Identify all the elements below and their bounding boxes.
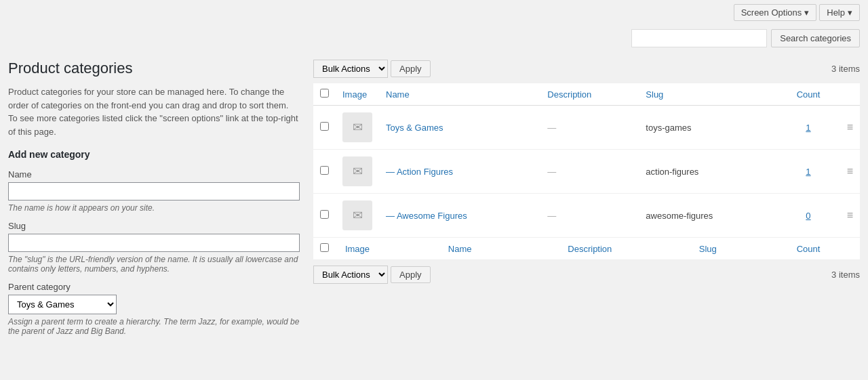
category-name-link[interactable]: — Action Figures: [386, 167, 453, 177]
apply-button-top[interactable]: Apply: [391, 60, 431, 77]
header-description-col[interactable]: Description: [540, 83, 639, 106]
row-menu-icon[interactable]: ≡: [847, 121, 853, 133]
slug-value: toys-games: [646, 123, 691, 133]
apply-button-bottom[interactable]: Apply: [391, 266, 431, 283]
header-name-col[interactable]: Name: [379, 83, 540, 106]
row-menu-icon[interactable]: ≡: [847, 165, 853, 177]
bulk-actions-select-top[interactable]: Bulk Actions: [313, 60, 388, 78]
footer-image-col[interactable]: Image: [336, 238, 379, 260]
row-actions-cell: ≡: [840, 150, 860, 194]
image-placeholder: ✉: [342, 200, 372, 230]
search-input[interactable]: [631, 29, 767, 47]
row-checkbox-cell: [313, 150, 336, 194]
header-checkbox-col: [313, 83, 336, 106]
top-toolbar: Bulk Actions Apply 3 items: [313, 60, 860, 78]
footer-slug-label: Slug: [699, 244, 717, 254]
apply-label-top: Apply: [399, 64, 422, 74]
count-link[interactable]: 1: [806, 123, 810, 133]
count-link[interactable]: 0: [806, 211, 810, 221]
row-name-cell: — Awesome Figures: [379, 194, 540, 238]
right-panel: Bulk Actions Apply 3 items I: [313, 60, 860, 344]
description-text: Product categories for your store can be…: [8, 85, 300, 138]
row-checkbox[interactable]: [320, 122, 329, 131]
description-value: —: [547, 211, 556, 221]
items-count-top: 3 items: [831, 64, 860, 74]
header-count-col[interactable]: Count: [776, 83, 840, 106]
screen-options-chevron-icon: ▾: [804, 7, 809, 18]
description-value: —: [547, 123, 556, 133]
add-new-title: Add new category: [8, 149, 300, 160]
help-label: Help: [827, 7, 845, 18]
row-menu-icon[interactable]: ≡: [847, 209, 853, 221]
table-header: Image Name Description Slug Count: [313, 83, 860, 106]
table-row: ✉ — Awesome Figures — awesome-figures: [313, 194, 860, 238]
categories-table: Image Name Description Slug Count: [313, 83, 860, 260]
slug-field-group: Slug The "slug" is the URL-friendly vers…: [8, 221, 300, 274]
select-all-checkbox[interactable]: [320, 89, 329, 98]
search-area: Search categories: [0, 25, 868, 53]
header-slug-col[interactable]: Slug: [639, 83, 776, 106]
parent-category-select[interactable]: Toys & Games None Action Figures Awesome…: [8, 295, 117, 314]
footer-checkbox-col: [313, 238, 336, 260]
name-field-group: Name The name is how it appears on your …: [8, 169, 300, 213]
name-label: Name: [8, 169, 300, 180]
row-checkbox[interactable]: [320, 210, 329, 219]
footer-name-col[interactable]: Name: [379, 238, 540, 260]
image-placeholder: ✉: [342, 112, 372, 142]
row-checkbox-cell: [313, 106, 336, 150]
footer-description-label: Description: [568, 244, 612, 254]
bulk-actions-select-bottom[interactable]: Bulk Actions: [313, 266, 388, 284]
row-description-cell: —: [540, 194, 639, 238]
row-actions-cell: ≡: [840, 194, 860, 238]
image-placeholder: ✉: [342, 156, 372, 186]
slug-label: Slug: [8, 221, 300, 231]
help-button[interactable]: Help ▾: [819, 4, 860, 21]
count-col-label: Count: [797, 89, 821, 100]
left-panel: Product categories Product categories fo…: [8, 60, 300, 344]
description-value: —: [547, 167, 556, 177]
page-wrapper: Screen Options ▾ Help ▾ Search categorie…: [0, 0, 868, 380]
row-image-cell: ✉: [336, 150, 379, 194]
row-count-cell: 1: [776, 150, 840, 194]
description-col-label: Description: [547, 89, 591, 100]
row-count-cell: 1: [776, 106, 840, 150]
table-footer-headers: Image Name Description Slug Count: [313, 238, 860, 260]
category-name-link[interactable]: Toys & Games: [386, 123, 443, 133]
footer-count-label: Count: [797, 244, 821, 254]
footer-description-col[interactable]: Description: [540, 238, 639, 260]
row-image-cell: ✉: [336, 194, 379, 238]
category-name-link[interactable]: — Awesome Figures: [386, 211, 467, 221]
footer-image-label: Image: [345, 244, 370, 254]
search-categories-button[interactable]: Search categories: [771, 29, 860, 47]
footer-name-label: Name: [448, 244, 472, 254]
items-count-bottom: 3 items: [831, 270, 860, 280]
row-checkbox-cell: [313, 194, 336, 238]
image-icon: ✉: [353, 164, 363, 179]
bottom-toolbar-left: Bulk Actions Apply: [313, 266, 431, 284]
row-slug-cell: awesome-figures: [639, 194, 776, 238]
row-description-cell: —: [540, 150, 639, 194]
header-image-col[interactable]: Image: [336, 83, 379, 106]
row-description-cell: —: [540, 106, 639, 150]
slug-value: action-figures: [646, 167, 698, 177]
screen-options-button[interactable]: Screen Options ▾: [734, 4, 817, 21]
footer-actions-col: [840, 238, 860, 260]
footer-count-col[interactable]: Count: [776, 238, 840, 260]
image-col-label: Image: [342, 89, 367, 100]
count-link[interactable]: 1: [806, 167, 810, 177]
name-col-label: Name: [386, 89, 410, 100]
top-bar: Screen Options ▾ Help ▾: [0, 0, 868, 25]
help-chevron-icon: ▾: [848, 7, 852, 18]
row-checkbox[interactable]: [320, 166, 329, 175]
toolbar-left: Bulk Actions Apply: [313, 60, 431, 78]
slug-value: awesome-figures: [646, 211, 713, 221]
slug-input[interactable]: [8, 234, 300, 252]
page-title: Product categories: [8, 60, 300, 77]
footer-slug-col[interactable]: Slug: [639, 238, 776, 260]
name-hint: The name is how it appears on your site.: [8, 203, 300, 213]
screen-options-label: Screen Options: [741, 7, 802, 18]
slug-col-label: Slug: [646, 89, 663, 100]
name-input[interactable]: [8, 182, 300, 200]
slug-hint: The "slug" is the URL-friendly version o…: [8, 255, 300, 274]
footer-select-all-checkbox[interactable]: [320, 243, 329, 252]
